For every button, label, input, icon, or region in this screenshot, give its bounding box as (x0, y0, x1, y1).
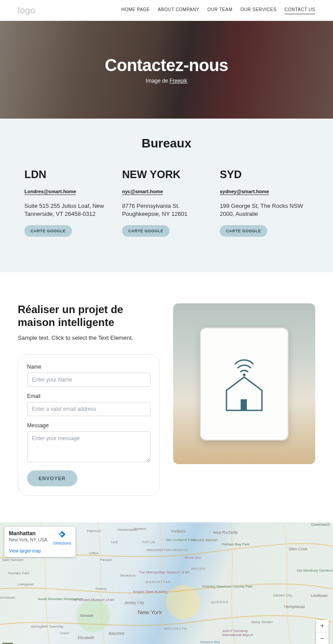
office-email[interactable]: sydney@smart.home (220, 189, 269, 195)
map-label-mtvernon: Mount Vernon (193, 538, 218, 542)
map-label-fortlee: Fort Lee (142, 540, 155, 544)
map-label-clifton: Clifton (89, 551, 99, 555)
office-address: 199 George St, The Rocks NSW 2000, Austr… (220, 202, 309, 218)
main-nav: HOME PAGE ABOUT COMPANY OUR TEAM OUR SER… (121, 7, 315, 14)
nav-team[interactable]: OUR TEAM (207, 7, 233, 14)
map-label-bayonne: Bayonne (109, 631, 125, 636)
zoom-controls: + − (316, 620, 329, 644)
nav-about[interactable]: ABOUT COMPANY (158, 7, 199, 14)
map-label-bronxz: Bronx Zoo (185, 556, 201, 560)
directions-label: Directions (53, 541, 71, 545)
map-label-vancort: Van Cortlandt Park (166, 538, 195, 542)
map-label-kearny: Kearny (95, 587, 107, 591)
offices-section: Bureaux LDN Londres@smart.home Suite 515… (0, 119, 333, 272)
map-label-somr: South Mountain Reservation (38, 597, 83, 601)
map-label-queens: QUEENS (211, 600, 229, 604)
tablet-graphic (200, 327, 289, 441)
google-map-button[interactable]: CARTE GOOGLE (24, 225, 72, 237)
smart-home-icon (218, 353, 271, 415)
directions-button[interactable]: Directions (53, 530, 71, 545)
message-label: Message (27, 422, 151, 429)
hero-title: Contactez-nous (105, 56, 228, 75)
header: logo HOME PAGE ABOUT COMPANY OUR TEAM OU… (0, 0, 333, 21)
office-ny: NEW YORK nyc@smart.home 8776 Pennsylvani… (122, 168, 211, 237)
logo[interactable]: logo (18, 5, 36, 16)
map-label-florham: Florham Park (8, 571, 29, 575)
map-label-westbury: Old Westbury Gardens (297, 568, 333, 572)
map-label-manhattan: MANHATTAN (146, 580, 171, 584)
office-city: SYD (220, 168, 309, 181)
office-ldn: LDN Londres@smart.home Suite 515 255 Jul… (24, 168, 113, 237)
zoom-in-button[interactable]: + (316, 620, 329, 632)
map-label-lodi: Lodi (111, 540, 118, 544)
name-label: Name (27, 364, 151, 370)
map-label-levittown: Levittown (311, 593, 328, 598)
nav-services[interactable]: OUR SERVICES (241, 7, 277, 14)
map-label-easthan: East Hanover (2, 558, 24, 562)
map-label-morris: Morristown (0, 596, 15, 600)
nav-home[interactable]: HOME PAGE (121, 7, 150, 14)
office-address: 8776 Pennsylvania St. Poughkeepsie, NY 1… (122, 202, 211, 218)
map-info-card: Manhattan New York, NY, USA View larger … (4, 527, 75, 557)
map-label-moma: The Metropolitan Museum of Art (139, 570, 190, 574)
project-left: Réaliser un projet de maison intelligent… (18, 303, 160, 496)
map-label-hackensack: Hackensack (118, 528, 137, 532)
project-heading: Réaliser un projet de maison intelligent… (18, 303, 160, 329)
svg-point-0 (243, 374, 246, 376)
office-grid: LDN Londres@smart.home Suite 515 255 Jul… (24, 168, 309, 237)
map-label-union: Union (60, 631, 69, 635)
map-label-bronx: BRONX (191, 567, 206, 571)
map-label-wash: WASHINGTON HEIGHTS (147, 548, 187, 552)
streetview-thumb[interactable] (2, 642, 13, 644)
nav-contact[interactable]: CONTACT US (285, 7, 315, 14)
map-city-label: New York (138, 609, 162, 616)
hero-credit-link[interactable]: Freepik (170, 78, 187, 84)
office-email[interactable]: Londres@smart.home (24, 189, 76, 195)
hero-credit-prefix: Image de (146, 78, 169, 84)
google-map-button[interactable]: CARTE GOOGLE (220, 225, 267, 237)
project-section: Réaliser un projet de maison intelligent… (0, 272, 333, 522)
map-section[interactable]: Manhattan New York, NY, USA View larger … (0, 522, 333, 644)
map-label-paterson: Paterson (87, 529, 101, 533)
map-label-jfk: John F Kennedy International Airport (222, 629, 258, 637)
hero-credit: Image de Freepik (146, 78, 187, 84)
map-label-flushing: Flushing Meadows Corona Park (202, 584, 253, 588)
office-city: LDN (24, 168, 113, 181)
email-label: Email (27, 393, 151, 399)
map-label-greenwich: Greenwich (311, 522, 330, 527)
message-input[interactable] (27, 431, 151, 462)
project-right (173, 303, 315, 464)
map-label-newrochelle: New Rochelle (213, 530, 238, 535)
name-input[interactable] (27, 373, 151, 387)
submit-button[interactable]: ENVOYER (27, 470, 77, 486)
map-label-passaic: Passaic (100, 558, 112, 562)
map-label-elizabeth: Elizabeth (78, 636, 94, 640)
map-label-pelham: Pelham Bay Park (222, 542, 250, 546)
office-email[interactable]: nyc@smart.home (122, 189, 163, 195)
view-larger-map-link[interactable]: View larger map (9, 549, 71, 553)
map-label-livingston: Livingston (18, 582, 34, 586)
map-label-hempstead: Hempstead (284, 604, 305, 609)
office-address: Suite 515 255 Julius Loaf, New Tannersid… (24, 202, 113, 218)
project-sample-text: Sample text. Click to select the Text El… (18, 334, 160, 341)
map-label-jamaica: Jamaica Bay (200, 640, 220, 644)
hero: Contactez-nous Image de Freepik (0, 21, 333, 119)
project-image (173, 303, 315, 464)
directions-icon (58, 530, 66, 538)
map-label-valley: Valley Stream (251, 620, 273, 624)
svg-rect-1 (241, 399, 247, 410)
map-label-brooklyn: BROOKLYN (164, 627, 187, 631)
map-label-jersey: Jersey City (124, 600, 144, 605)
office-syd: SYD sydney@smart.home 199 George St, The… (220, 168, 309, 237)
contact-form: Name Email Message ENVOYER (18, 354, 160, 496)
office-city: NEW YORK (122, 168, 211, 181)
map-label-yonkers: Yonkers (171, 529, 185, 533)
map-label-springfield: Springfield Township (31, 624, 63, 628)
offices-heading: Bureaux (24, 136, 309, 151)
email-input[interactable] (27, 402, 151, 416)
google-map-button[interactable]: CARTE GOOGLE (122, 225, 170, 237)
map-label-newark: Newark (80, 613, 94, 618)
map-label-esb: Empire State Building (133, 590, 167, 594)
map-label-secaucus: Secaucus (120, 573, 135, 577)
zoom-out-button[interactable]: − (316, 632, 329, 644)
